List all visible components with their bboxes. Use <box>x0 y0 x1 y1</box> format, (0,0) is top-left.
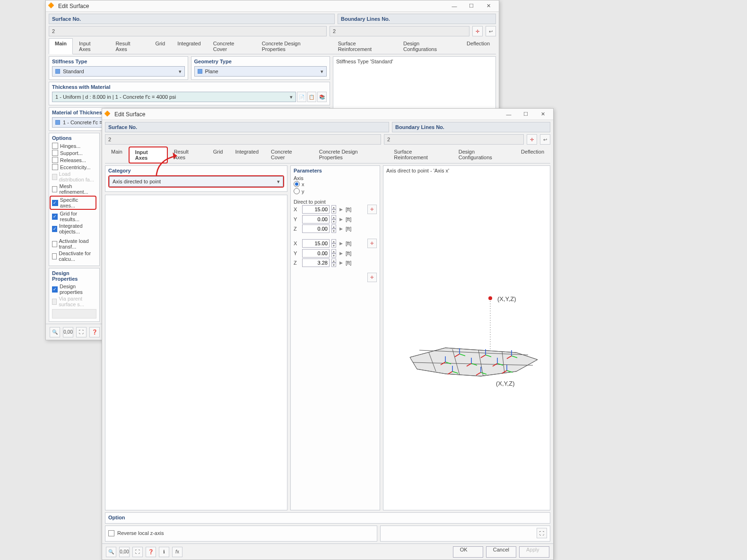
parameters-title: Parameters <box>294 168 377 173</box>
check-grid-for-results[interactable]: ✓ <box>52 214 58 220</box>
tab-deflection[interactable]: Deflection <box>515 146 550 163</box>
coord-icon[interactable]: ⛶ <box>132 547 143 557</box>
check-mesh-refinement[interactable] <box>52 186 57 192</box>
direct-to-point-label: Direct to point <box>294 199 377 205</box>
maximize-button[interactable]: ☐ <box>517 110 534 119</box>
tab-main[interactable]: Main <box>49 38 73 54</box>
axes-config-icon[interactable]: ⛶ <box>537 528 547 538</box>
tab-concrete-cover[interactable]: Concrete Cover <box>265 146 313 163</box>
boundary-lines-input[interactable] <box>384 134 524 145</box>
tab-integrated[interactable]: Integrated <box>229 146 265 163</box>
ok-button[interactable]: OK <box>453 546 483 558</box>
triangle-icon[interactable]: ▶ <box>338 205 344 214</box>
tab-result-axes[interactable]: Result Axes <box>109 38 149 54</box>
tab-grid[interactable]: Grid <box>207 146 229 163</box>
triangle-icon[interactable]: ▶ <box>338 215 344 224</box>
tab-integrated[interactable]: Integrated <box>171 38 207 54</box>
surface-no-input[interactable] <box>49 26 327 36</box>
surface-no-input[interactable] <box>105 134 381 145</box>
info-icon[interactable]: ℹ <box>159 547 169 557</box>
triangle-icon[interactable]: ▶ <box>338 249 344 258</box>
pick-icon[interactable] <box>527 134 537 145</box>
units-icon[interactable]: 0,00 <box>119 547 130 557</box>
svg-text:(X,Y,Z): (X,Y,Z) <box>497 295 516 302</box>
point1-z-input[interactable] <box>302 224 330 233</box>
point2-y-input[interactable] <box>302 249 330 258</box>
tab-grid[interactable]: Grid <box>149 38 171 54</box>
close-button[interactable]: ✕ <box>534 110 551 119</box>
check-deactivate-for-calcu[interactable] <box>52 253 57 259</box>
check-design-properties[interactable]: ✓ <box>52 286 58 293</box>
spin-icon[interactable]: ▲▼ <box>331 205 336 214</box>
minimize-button[interactable]: — <box>500 110 517 119</box>
check-integrated-objects[interactable]: ✓ <box>52 226 57 232</box>
help-icon[interactable]: ❓ <box>146 547 156 557</box>
units-icon[interactable]: 0,00 <box>63 327 73 337</box>
app-icon: 🔶 <box>48 2 55 10</box>
thickness-lib-icon[interactable]: 📚 <box>317 92 327 102</box>
tab-concrete-cover[interactable]: Concrete Cover <box>207 38 256 54</box>
boundary-lines-input[interactable] <box>330 26 469 36</box>
spin-icon[interactable]: ▲▼ <box>331 249 336 258</box>
tab-result-axes[interactable]: Result Axes <box>168 146 207 163</box>
cancel-button[interactable]: Cancel <box>486 546 516 558</box>
boundary-lines-label: Boundary Lines No. <box>392 122 550 132</box>
radio-axis-y[interactable] <box>294 188 300 194</box>
tab-input-axes[interactable]: Input Axes <box>129 146 168 164</box>
spin-icon[interactable]: ▲▼ <box>331 224 336 233</box>
svg-text:(X,Y,Z): (X,Y,Z) <box>496 380 515 387</box>
check-eccentricity[interactable] <box>52 164 58 170</box>
thickness-edit-icon[interactable]: 📋 <box>307 92 317 102</box>
tab-main[interactable]: Main <box>105 146 129 163</box>
minimize-button[interactable]: — <box>446 1 463 11</box>
point1-y-input[interactable] <box>302 215 330 224</box>
point2-z-input[interactable] <box>302 258 330 267</box>
tab-concrete-design-properties[interactable]: Concrete Design Properties <box>313 146 388 163</box>
preview-title: Axis direct to point - 'Axis x' <box>386 168 547 173</box>
triangle-icon[interactable]: ▶ <box>338 239 344 248</box>
titlebar: 🔶 Edit Surface — ☐ ✕ <box>102 109 553 120</box>
app-icon: 🔶 <box>104 111 112 118</box>
point1-x-input[interactable] <box>302 205 330 214</box>
check-releases[interactable] <box>52 157 58 163</box>
tab-concrete-design-properties[interactable]: Concrete Design Properties <box>256 38 332 54</box>
thickness-new-icon[interactable]: 📄 <box>297 92 306 102</box>
radio-axis-x[interactable] <box>294 181 300 187</box>
pick-extra-icon[interactable] <box>367 273 377 282</box>
geometry-type-combo[interactable]: Plane <box>194 66 327 77</box>
thickness-combo[interactable]: 1 - Uniform | d : 8.000 in | 1 - Concret… <box>52 92 296 102</box>
apply-button[interactable]: Apply <box>519 546 549 558</box>
undo-icon[interactable] <box>540 134 550 145</box>
maximize-button[interactable]: ☐ <box>463 1 480 11</box>
spin-icon[interactable]: ▲▼ <box>331 239 336 248</box>
triangle-icon[interactable]: ▶ <box>338 224 344 233</box>
tab-design-configurations[interactable]: Design Configurations <box>397 38 460 54</box>
close-button[interactable]: ✕ <box>480 1 497 11</box>
check-reverse-z[interactable] <box>108 530 114 536</box>
zoom-icon[interactable]: 🔍 <box>106 547 116 557</box>
tab-surface-reinforcement[interactable]: Surface Reinforcement <box>332 38 397 54</box>
tab-surface-reinforcement[interactable]: Surface Reinforcement <box>388 146 452 163</box>
point2-x-input[interactable] <box>302 239 330 248</box>
zoom-icon[interactable]: 🔍 <box>50 327 60 337</box>
stiffness-type-combo[interactable]: Standard <box>52 66 185 77</box>
pick-point1-icon[interactable] <box>367 205 377 214</box>
check-hinges[interactable] <box>52 143 58 149</box>
tab-design-configurations[interactable]: Design Configurations <box>452 146 515 163</box>
tab-deflection[interactable]: Deflection <box>460 38 496 54</box>
check-activate-load-transf[interactable] <box>52 241 57 247</box>
check-specific-axes-highlight: ✓Specific axes... <box>50 196 96 210</box>
triangle-icon[interactable]: ▶ <box>338 258 344 267</box>
spin-icon[interactable]: ▲▼ <box>331 258 336 267</box>
check-specific-axes[interactable]: ✓ <box>52 200 58 206</box>
category-combo[interactable]: Axis directed to point <box>109 176 283 187</box>
pick-point2-icon[interactable] <box>367 239 377 248</box>
pick-icon[interactable] <box>472 26 483 36</box>
spin-icon[interactable]: ▲▼ <box>331 215 336 224</box>
check-support[interactable] <box>52 150 58 156</box>
undo-icon[interactable] <box>486 26 496 36</box>
help-icon[interactable]: ❓ <box>89 327 100 337</box>
coord-icon[interactable]: ⛶ <box>76 327 87 337</box>
tab-input-axes[interactable]: Input Axes <box>73 38 109 54</box>
fx-icon[interactable]: fx <box>172 547 182 557</box>
